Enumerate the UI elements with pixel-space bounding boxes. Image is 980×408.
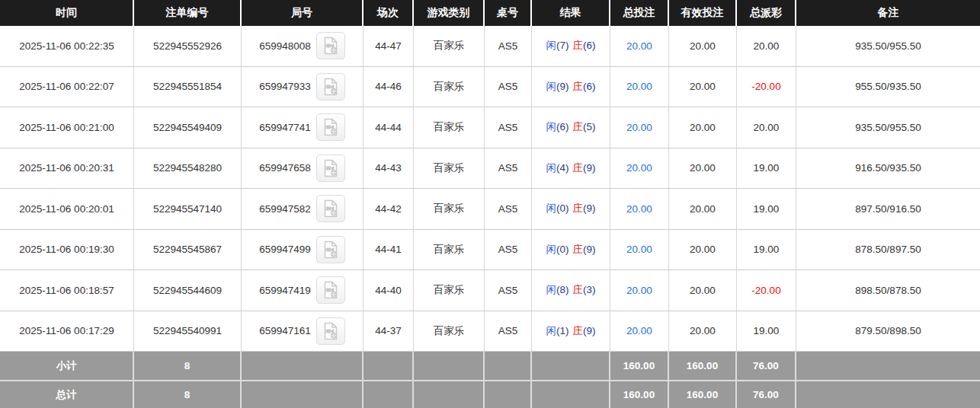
- round-id-text: 659947658: [259, 162, 311, 174]
- cell-session: 44-44: [363, 107, 414, 148]
- table-footer: 小计 8 160.00 160.00 76.00 总计 8 160.00 160…: [0, 352, 980, 408]
- player-score: (8): [556, 284, 569, 295]
- round-id-text: 659947499: [259, 244, 311, 255]
- col-header-bet-id: 注单编号: [134, 0, 242, 26]
- video-replay-button[interactable]: [316, 195, 345, 222]
- total-count: 8: [134, 380, 242, 408]
- cell-table-no: AS5: [485, 270, 532, 311]
- cell-total-bet: 20.00: [610, 311, 669, 352]
- video-replay-button[interactable]: [316, 317, 345, 345]
- video-replay-button[interactable]: [316, 276, 345, 304]
- total-payout: 76.00: [737, 380, 796, 408]
- cell-result: 闲(9)庄(6): [532, 67, 610, 108]
- cell-time: 2025-11-06 00:18:57: [0, 270, 134, 311]
- footer-empty-cell: [796, 352, 980, 380]
- player-result-label: 闲: [546, 244, 557, 255]
- cell-round-id: 659947161: [242, 311, 363, 352]
- cell-total-bet: 20.00: [610, 270, 669, 311]
- cell-total-bet: 20.00: [610, 67, 669, 108]
- cell-round-id: 659947741: [242, 107, 363, 148]
- cell-bet-id: 522945552926: [134, 26, 242, 67]
- cell-payout: -20.00: [737, 67, 796, 108]
- cell-remark: 897.50/916.50: [796, 189, 980, 230]
- col-header-game-type: 游戏类别: [414, 0, 485, 26]
- cell-remark: 879.50/898.50: [796, 311, 980, 352]
- col-header-payout: 总派彩: [737, 0, 796, 26]
- video-file-icon: [322, 281, 339, 299]
- cell-session: 44-47: [363, 26, 414, 67]
- footer-empty-cell: [796, 380, 980, 408]
- banker-result-label: 庄: [573, 81, 584, 92]
- cell-round-id: 659948008: [242, 26, 363, 67]
- video-file-icon: [322, 37, 339, 55]
- banker-score: (9): [583, 162, 596, 174]
- cell-valid-bet: 20.00: [669, 148, 737, 190]
- player-score: (0): [556, 202, 569, 214]
- video-file-icon: [322, 78, 339, 96]
- banker-result-label: 庄: [573, 121, 584, 132]
- table-row: 2025-11-06 00:17:29 522945540991 6599471…: [0, 311, 980, 352]
- cell-result: 闲(6)庄(5): [532, 107, 610, 148]
- cell-result: 闲(7)庄(6): [532, 26, 610, 67]
- footer-empty-cell: [242, 380, 363, 408]
- cell-remark: 878.50/897.50: [796, 230, 980, 271]
- video-file-icon: [322, 118, 339, 136]
- total-total-bet: 160.00: [610, 380, 669, 408]
- cell-payout: 19.00: [737, 230, 796, 271]
- cell-round-id: 659947933: [242, 67, 363, 108]
- cell-game-type: 百家乐: [414, 67, 485, 108]
- cell-table-no: AS5: [485, 189, 532, 230]
- video-file-icon: [322, 241, 339, 259]
- cell-valid-bet: 20.00: [669, 230, 737, 271]
- total-row: 总计 8 160.00 160.00 76.00: [0, 380, 980, 408]
- footer-empty-cell: [532, 352, 610, 380]
- table-row: 2025-11-06 00:20:01 522945547140 6599475…: [0, 189, 980, 230]
- cell-result: 闲(1)庄(9): [532, 311, 610, 352]
- cell-payout: -20.00: [737, 270, 796, 311]
- banker-score: (3): [583, 284, 596, 295]
- cell-remark: 916.50/935.50: [796, 148, 980, 190]
- cell-bet-id: 522945551854: [134, 67, 242, 108]
- video-replay-button[interactable]: [316, 32, 345, 59]
- col-header-valid-bet: 有效投注: [669, 0, 737, 26]
- video-replay-button[interactable]: [316, 155, 345, 182]
- player-result-label: 闲: [546, 162, 557, 174]
- cell-total-bet: 20.00: [610, 230, 669, 271]
- col-header-remark: 备注: [796, 0, 980, 26]
- cell-bet-id: 522945548280: [134, 148, 242, 190]
- banker-score: (9): [583, 325, 596, 336]
- round-id-text: 659948008: [259, 40, 311, 52]
- cell-game-type: 百家乐: [414, 230, 485, 271]
- banker-score: (6): [583, 81, 596, 92]
- cell-round-id: 659947499: [242, 230, 363, 271]
- header-row: 时间 注单编号 局号 场次 游戏类别 桌号 结果 总投注 有效投注 总派彩 备注: [0, 0, 980, 26]
- footer-empty-cell: [485, 380, 532, 408]
- subtotal-total-bet: 160.00: [610, 352, 669, 380]
- cell-payout: 19.00: [737, 189, 796, 230]
- player-score: (7): [556, 40, 569, 51]
- footer-empty-cell: [363, 380, 414, 408]
- cell-result: 闲(0)庄(9): [532, 230, 610, 271]
- cell-bet-id: 522945549409: [134, 107, 242, 148]
- cell-game-type: 百家乐: [414, 107, 485, 148]
- cell-valid-bet: 20.00: [669, 189, 737, 230]
- player-result-label: 闲: [546, 121, 557, 132]
- col-header-total-bet: 总投注: [610, 0, 669, 26]
- table-header: 时间 注单编号 局号 场次 游戏类别 桌号 结果 总投注 有效投注 总派彩 备注: [0, 0, 980, 26]
- video-replay-button[interactable]: [316, 113, 345, 141]
- cell-game-type: 百家乐: [414, 26, 485, 67]
- footer-empty-cell: [414, 380, 485, 408]
- player-score: (4): [556, 162, 569, 174]
- cell-remark: 898.50/878.50: [796, 270, 980, 311]
- cell-valid-bet: 20.00: [669, 67, 737, 108]
- video-replay-button[interactable]: [316, 73, 345, 100]
- cell-payout: 20.00: [737, 107, 796, 148]
- round-id-text: 659947161: [259, 325, 311, 336]
- player-result-label: 闲: [546, 284, 557, 295]
- cell-session: 44-40: [363, 270, 414, 311]
- cell-valid-bet: 20.00: [669, 311, 737, 352]
- cell-payout: 20.00: [737, 26, 796, 67]
- video-replay-button[interactable]: [316, 236, 345, 263]
- cell-time: 2025-11-06 00:20:01: [0, 189, 134, 230]
- player-score: (9): [556, 81, 569, 92]
